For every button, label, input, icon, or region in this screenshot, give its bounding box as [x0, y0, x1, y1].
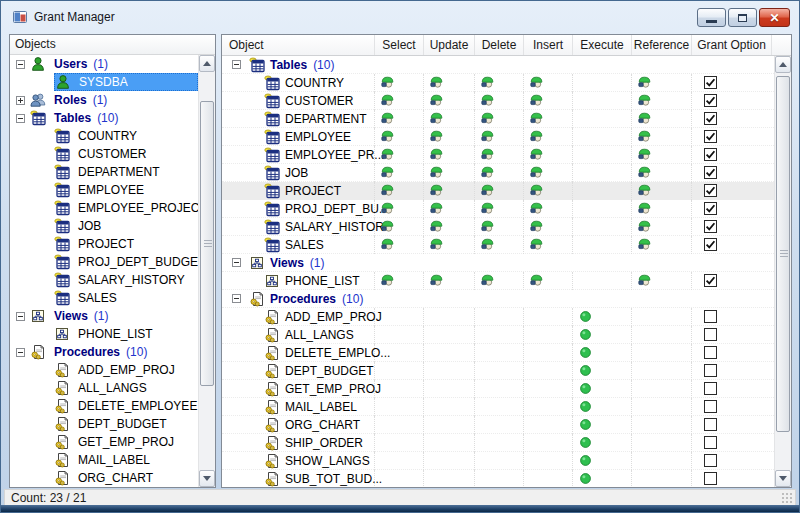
privilege-cell-select[interactable] [375, 200, 424, 218]
grant-option-cell[interactable] [692, 218, 772, 236]
objects-tree[interactable]: Users(1)SYSDBARoles(1)Tables(10)COUNTRYC… [10, 55, 198, 487]
privilege-cell-reference[interactable] [632, 236, 692, 254]
grid-row[interactable]: ALL_LANGS [222, 326, 774, 344]
privilege-cell-reference[interactable] [632, 416, 692, 434]
privilege-cell-execute[interactable] [573, 398, 632, 416]
privilege-cell-reference[interactable] [632, 110, 692, 128]
privilege-cell-update[interactable] [424, 182, 475, 200]
privilege-cell-insert[interactable] [524, 272, 573, 290]
grant-option-cell[interactable] [692, 398, 772, 416]
privilege-cell-execute[interactable] [573, 74, 632, 92]
tree-item[interactable]: EMPLOYEE [10, 181, 198, 199]
grant-option-checkbox-checked[interactable] [704, 76, 717, 89]
tree-item[interactable]: SALES [10, 289, 198, 307]
privilege-cell-reference[interactable] [632, 326, 692, 344]
privilege-cell-reference[interactable] [632, 344, 692, 362]
privilege-cell-insert[interactable] [524, 74, 573, 92]
privilege-cell-insert[interactable] [524, 308, 573, 326]
privilege-cell-execute[interactable] [573, 362, 632, 380]
privilege-cell-reference[interactable] [632, 380, 692, 398]
grid-row[interactable]: JOB [222, 164, 774, 182]
privilege-cell-update[interactable] [424, 110, 475, 128]
tree-item[interactable]: CUSTOMER [10, 145, 198, 163]
privilege-cell-select[interactable] [375, 236, 424, 254]
privilege-cell-update[interactable] [424, 164, 475, 182]
maximize-button[interactable] [728, 8, 757, 27]
grants-grid[interactable]: Tables(10)COUNTRYCUSTOMERDEPARTMENTEMPLO… [222, 56, 774, 487]
privilege-cell-select[interactable] [375, 452, 424, 470]
privilege-cell-select[interactable] [375, 74, 424, 92]
grid-row[interactable]: PROJECT [222, 182, 774, 200]
privilege-cell-delete[interactable] [475, 470, 524, 488]
tree-item[interactable]: MAIL_LABEL [10, 451, 198, 469]
privilege-cell-update[interactable] [424, 344, 475, 362]
privilege-cell-delete[interactable] [475, 452, 524, 470]
grid-row[interactable]: DEPARTMENT [222, 110, 774, 128]
privilege-cell-select[interactable] [375, 218, 424, 236]
privilege-cell-delete[interactable] [475, 110, 524, 128]
privilege-cell-delete[interactable] [475, 74, 524, 92]
grant-option-cell[interactable] [692, 344, 772, 362]
privilege-cell-execute[interactable] [573, 146, 632, 164]
collapse-minus-icon[interactable] [16, 348, 25, 357]
scrollbar-thumb[interactable] [776, 76, 790, 432]
privilege-cell-delete[interactable] [475, 362, 524, 380]
tree-item[interactable]: JOB [10, 217, 198, 235]
privilege-cell-delete[interactable] [475, 200, 524, 218]
grant-option-cell[interactable] [692, 236, 772, 254]
privilege-cell-delete[interactable] [475, 92, 524, 110]
privilege-cell-delete[interactable] [475, 380, 524, 398]
grant-option-cell[interactable] [692, 326, 772, 344]
grid-header[interactable]: ObjectSelectUpdateDeleteInsertExecuteRef… [222, 35, 791, 56]
grant-option-cell[interactable] [692, 308, 772, 326]
grant-option-checkbox-unchecked[interactable] [704, 328, 717, 341]
grid-row[interactable]: SHOW_LANGS [222, 452, 774, 470]
scroll-down-button[interactable] [199, 470, 215, 487]
privilege-cell-reference[interactable] [632, 434, 692, 452]
grid-row[interactable]: GET_EMP_PROJ [222, 380, 774, 398]
grant-option-cell[interactable] [692, 434, 772, 452]
grant-option-checkbox-unchecked[interactable] [704, 436, 717, 449]
privilege-cell-reference[interactable] [632, 74, 692, 92]
privilege-cell-execute[interactable] [573, 110, 632, 128]
tree-item[interactable]: DELETE_EMPLOYEE [10, 397, 198, 415]
privilege-cell-execute[interactable] [573, 92, 632, 110]
collapse-minus-icon[interactable] [232, 60, 241, 69]
tree-group-views[interactable]: Views(1) [10, 307, 198, 325]
privilege-cell-select[interactable] [375, 128, 424, 146]
privilege-cell-reference[interactable] [632, 92, 692, 110]
tree-group-roles[interactable]: Roles(1) [10, 91, 198, 109]
tree-item[interactable]: PHONE_LIST [10, 325, 198, 343]
privilege-cell-update[interactable] [424, 272, 475, 290]
privilege-cell-execute[interactable] [573, 272, 632, 290]
privilege-cell-update[interactable] [424, 398, 475, 416]
privilege-cell-insert[interactable] [524, 434, 573, 452]
privilege-cell-insert[interactable] [524, 110, 573, 128]
privilege-cell-update[interactable] [424, 326, 475, 344]
tree-item[interactable]: SALARY_HISTORY [10, 271, 198, 289]
privilege-cell-execute[interactable] [573, 416, 632, 434]
grant-option-checkbox-unchecked[interactable] [704, 382, 717, 395]
privilege-cell-delete[interactable] [475, 416, 524, 434]
privilege-cell-select[interactable] [375, 380, 424, 398]
grant-option-checkbox-unchecked[interactable] [704, 472, 717, 485]
privilege-cell-execute[interactable] [573, 326, 632, 344]
privilege-cell-delete[interactable] [475, 344, 524, 362]
scroll-down-button[interactable] [775, 470, 791, 487]
privilege-cell-reference[interactable] [632, 452, 692, 470]
scroll-up-button[interactable] [199, 55, 215, 72]
privilege-cell-insert[interactable] [524, 416, 573, 434]
grid-row[interactable]: EMPLOYEE_PR... [222, 146, 774, 164]
privilege-cell-execute[interactable] [573, 236, 632, 254]
grant-option-checkbox-unchecked[interactable] [704, 400, 717, 413]
collapse-minus-icon[interactable] [232, 294, 241, 303]
grant-option-cell[interactable] [692, 182, 772, 200]
privilege-cell-reference[interactable] [632, 362, 692, 380]
privilege-cell-execute[interactable] [573, 164, 632, 182]
grant-option-cell[interactable] [692, 452, 772, 470]
privilege-cell-delete[interactable] [475, 218, 524, 236]
privilege-cell-select[interactable] [375, 92, 424, 110]
privilege-cell-insert[interactable] [524, 182, 573, 200]
grid-row[interactable]: SALES [222, 236, 774, 254]
grant-option-cell[interactable] [692, 470, 772, 488]
